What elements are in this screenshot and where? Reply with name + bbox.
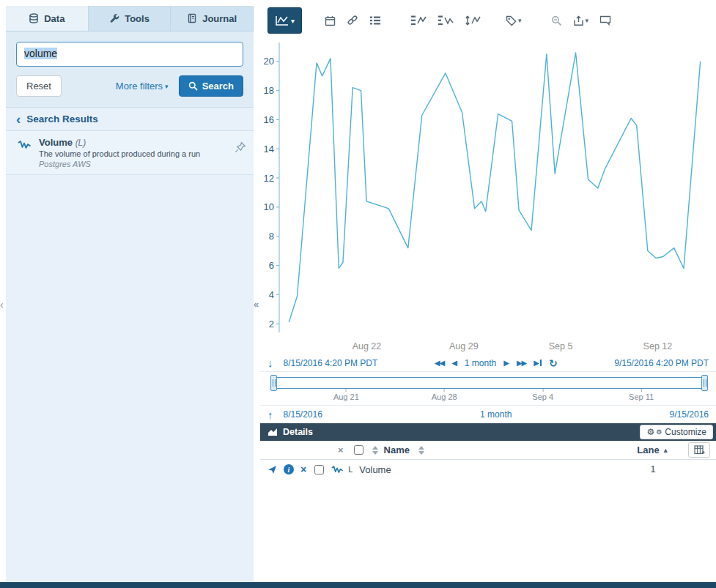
- svg-text:18: 18: [264, 85, 274, 96]
- slider-tick-label: Sep 11: [629, 392, 654, 401]
- details-table-row[interactable]: i × L Volume 1: [260, 460, 716, 479]
- svg-text:20: 20: [264, 56, 274, 67]
- bottom-status-bar: [0, 582, 716, 588]
- autoscale-icon[interactable]: [462, 12, 483, 29]
- slider-tick: Sep 4: [532, 389, 553, 401]
- remove-all-icon[interactable]: ×: [338, 444, 344, 455]
- separate-lanes-icon[interactable]: [435, 12, 456, 29]
- tag-button[interactable]: ▾: [503, 13, 524, 29]
- calendar-button[interactable]: [322, 13, 338, 29]
- collapse-sidebar-handle[interactable]: «: [254, 299, 259, 310]
- search-input[interactable]: volume: [16, 42, 243, 67]
- pin-icon[interactable]: [235, 141, 246, 153]
- name-column-header[interactable]: Name: [384, 444, 410, 455]
- reset-button[interactable]: Reset: [16, 75, 62, 97]
- trend-view-dropdown-button[interactable]: ▾: [267, 7, 302, 34]
- item-lane: 1: [630, 464, 676, 475]
- signal-wave-icon: [18, 140, 32, 150]
- sort-name-icon[interactable]: [418, 446, 424, 455]
- navigate-to-item-icon[interactable]: [267, 465, 277, 475]
- step-forward-double-button[interactable]: ▶▶: [517, 360, 526, 367]
- slider-tick: Aug 21: [333, 389, 359, 401]
- item-checkbox[interactable]: [314, 465, 324, 475]
- area-chart-icon: [267, 428, 278, 436]
- details-title: Details: [283, 427, 640, 437]
- investigate-range-row: ↑ 8/15/2016 1 month 9/15/2016: [260, 406, 716, 423]
- trend-chart-icon: [275, 15, 289, 26]
- result-name: Volume: [39, 137, 73, 148]
- svg-text:12: 12: [264, 173, 274, 184]
- more-filters-label: More filters: [116, 81, 163, 92]
- trend-chart[interactable]: 2468101214161820Aug 22Aug 29Sep 5Sep 12: [260, 35, 716, 354]
- add-column-button[interactable]: [688, 442, 710, 458]
- one-lane-icon[interactable]: [408, 12, 429, 29]
- slider-tick-label: Aug 21: [333, 392, 359, 401]
- customize-button[interactable]: ⚙⚙ Customize: [640, 425, 713, 439]
- display-range-end[interactable]: 9/15/2016 4:20 PM PDT: [614, 358, 709, 368]
- journal-icon: [187, 13, 197, 23]
- more-filters-link[interactable]: More filters ▾: [116, 81, 169, 92]
- range-slider[interactable]: [271, 377, 707, 389]
- lane-column-header[interactable]: Lane ▲: [630, 444, 676, 455]
- copy-range-down-button[interactable]: ↓: [267, 357, 273, 369]
- tab-journal[interactable]: Journal: [171, 6, 254, 31]
- search-button[interactable]: Search: [179, 75, 243, 97]
- step-forward-button[interactable]: ▶: [503, 360, 509, 367]
- chevron-down-icon: ▾: [518, 17, 522, 24]
- svg-text:Aug 22: Aug 22: [353, 341, 382, 351]
- zoom-out-button[interactable]: [549, 13, 564, 29]
- investigate-range-duration[interactable]: 1 month: [480, 409, 512, 420]
- slider-tick-label: Aug 28: [432, 392, 457, 401]
- database-icon: [29, 13, 39, 23]
- investigate-range-start[interactable]: 8/15/2016: [284, 409, 322, 420]
- result-description: The volume of product produced during a …: [39, 149, 227, 158]
- search-results-header: ‹ Search Results: [6, 108, 254, 131]
- display-range-controls: ◀◀ ◀ 1 month ▶ ▶▶ ▶ ↻: [435, 358, 558, 368]
- left-gutter: ‹: [0, 0, 6, 582]
- lane-column-label: Lane: [637, 444, 659, 455]
- step-back-button[interactable]: ◀: [451, 360, 457, 367]
- collapse-left-edge-handle[interactable]: ‹: [0, 299, 4, 310]
- chevron-down-icon: ▾: [165, 83, 169, 90]
- chevron-down-icon: ▾: [586, 17, 589, 24]
- tab-data-label: Data: [44, 13, 64, 24]
- refresh-button[interactable]: ↻: [549, 358, 558, 368]
- comment-button[interactable]: [597, 13, 613, 28]
- chevron-down-icon: ▾: [291, 17, 295, 25]
- search-results-label: Search Results: [26, 113, 98, 124]
- select-all-checkbox[interactable]: [354, 445, 363, 455]
- result-source: Postgres AWS: [39, 160, 227, 168]
- gear-icon: ⚙: [656, 429, 662, 436]
- search-input-value: volume: [24, 48, 57, 59]
- item-name: Volume: [359, 464, 391, 475]
- svg-text:Sep 5: Sep 5: [549, 341, 573, 351]
- sort-selected-icon[interactable]: [372, 446, 378, 455]
- tab-tools[interactable]: Tools: [89, 6, 171, 31]
- step-to-now-button[interactable]: ▶: [534, 360, 542, 367]
- tab-data[interactable]: Data: [6, 6, 89, 31]
- workbench: ‹ Data Tools Journal: [0, 0, 716, 582]
- svg-text:2: 2: [269, 319, 274, 330]
- link-button[interactable]: [344, 12, 361, 29]
- slider-tick-label: Sep 4: [532, 392, 553, 401]
- back-chevron-icon[interactable]: ‹: [16, 115, 21, 124]
- sort-ascending-icon: ▲: [663, 447, 669, 454]
- copy-range-up-button[interactable]: ↑: [267, 409, 273, 421]
- svg-text:14: 14: [264, 144, 274, 155]
- slider-tick: Aug 28: [432, 389, 457, 401]
- search-button-label: Search: [202, 81, 234, 92]
- list-button[interactable]: [367, 13, 383, 28]
- export-button[interactable]: ▾: [571, 13, 591, 29]
- svg-text:4: 4: [269, 289, 274, 300]
- display-range-start[interactable]: 8/15/2016 4:20 PM PDT: [284, 358, 378, 368]
- wrench-icon: [109, 13, 119, 23]
- svg-text:Aug 29: Aug 29: [449, 341, 479, 351]
- step-back-double-button[interactable]: ◀◀: [435, 360, 444, 367]
- search-icon: [188, 81, 198, 91]
- display-range-duration[interactable]: 1 month: [465, 358, 496, 368]
- investigate-range-end[interactable]: 9/15/2016: [670, 409, 709, 420]
- item-info-icon[interactable]: i: [284, 464, 294, 475]
- search-result-item[interactable]: Volume (L) The volume of product produce…: [6, 131, 254, 175]
- remove-item-icon[interactable]: ×: [300, 464, 306, 475]
- details-table-header: × Name Lane ▲: [260, 441, 716, 460]
